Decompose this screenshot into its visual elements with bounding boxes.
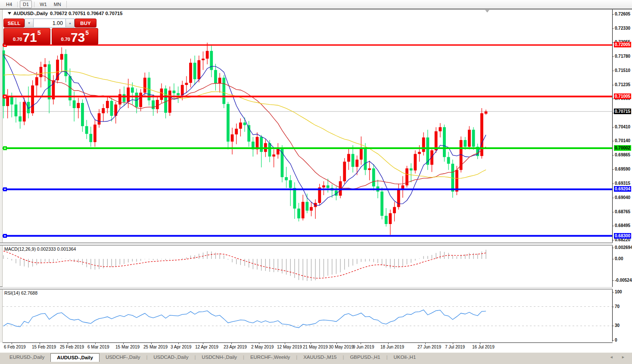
timeframe-toolbar: H4 D1 W1 MN: [0, 0, 632, 9]
date-axis-label: 12 May 2019: [277, 345, 302, 349]
price-axis-tick-label: 0.71780: [615, 54, 630, 59]
price-axis-tick-mark: [613, 198, 614, 198]
buy-price-pip: 5: [85, 29, 89, 36]
date-axis[interactable]: 6 Feb 201915 Feb 201925 Feb 20196 Mar 20…: [3, 342, 613, 352]
macd-chart-canvas[interactable]: [3, 246, 612, 287]
chart-tab-usdcnh[interactable]: USDCNH-,Daily: [196, 353, 243, 361]
price-axis-tick-mark: [613, 141, 614, 141]
sell-price-big: 71: [22, 32, 37, 43]
chart-tab-gbpusd[interactable]: GBPUSD-,H1: [344, 353, 386, 361]
date-axis-label: 3 Apr 2019: [171, 345, 191, 349]
price-axis-tick-mark: [613, 169, 614, 170]
date-axis-tick-mark: [480, 343, 480, 344]
date-axis-label: 25 Mar 2019: [143, 345, 168, 349]
date-axis-label: 15 Feb 2019: [32, 345, 56, 349]
rsi-axis-label: 0: [615, 338, 617, 342]
rsi-axis-tick-mark: [613, 307, 614, 307]
price-axis-tick-mark: [613, 28, 614, 29]
buy-price-display[interactable]: 0.70 73 5: [52, 28, 99, 45]
volume-increase-button[interactable]: ▲: [65, 19, 75, 28]
macd-indicator-pane[interactable]: MACD(12,26,9) 0.002333 0.001364: [3, 246, 613, 287]
date-axis-tick-mark: [12, 343, 12, 344]
candlestick-series: [3, 43, 487, 235]
level-price-label: 0.72005: [614, 42, 631, 47]
price-axis-tick-mark: [613, 240, 614, 240]
symbol-collapse-arrow-icon[interactable]: [8, 12, 11, 15]
level-price-label: 0.71005: [614, 93, 631, 99]
macd-histogram: [3, 250, 486, 281]
chart-tab-usdcad[interactable]: USDCAD-,Daily: [147, 353, 194, 361]
price-axis[interactable]: 0.726050.723300.720550.717800.715100.712…: [613, 9, 632, 352]
trading-terminal: H4 D1 W1 MN AUDUSD-,Daily 0.70672 0.7075…: [0, 0, 632, 364]
date-axis-tick-mark: [68, 343, 68, 344]
date-axis-label: 30 May 2019: [329, 345, 354, 349]
macd-axis-tick-mark: [613, 248, 614, 248]
timeframe-w1-button[interactable]: W1: [37, 0, 50, 8]
price-axis-tick-label: 0.72605: [615, 12, 630, 16]
sell-price-display[interactable]: 0.70 71 5: [3, 28, 50, 45]
date-axis-label: 2 May 2019: [251, 345, 274, 349]
chart-tab-xauusd[interactable]: XAUUSD-,M15: [297, 353, 342, 361]
buy-price-big: 73: [71, 32, 85, 43]
tab-scroll-arrows[interactable]: ◄ ►: [610, 355, 629, 359]
macd-axis-tick-mark: [613, 259, 614, 259]
date-axis-label: 25 Feb 2019: [60, 345, 84, 349]
price-axis-tick-mark: [613, 127, 614, 128]
price-axis-tick-mark: [613, 226, 614, 226]
date-axis-tick-mark: [203, 343, 203, 344]
sell-price-pip: 5: [37, 29, 41, 36]
date-axis-tick-mark: [40, 343, 40, 344]
chart-tab-audusd[interactable]: AUDUSD-,Daily: [50, 353, 100, 362]
rsi-axis-label: 70: [615, 304, 620, 309]
date-axis-tick-mark: [285, 343, 285, 344]
buy-price-prefix: 0.70: [61, 37, 70, 42]
timeframe-h4-button[interactable]: H4: [3, 0, 15, 8]
price-axis-tick-mark: [613, 155, 614, 156]
date-axis-label: 16 Jul 2019: [472, 345, 495, 349]
chart-symbol-label: AUDUSD-,Daily: [13, 11, 48, 16]
chart-tab-usdchf[interactable]: USDCHF-,Daily: [100, 353, 146, 361]
price-axis-tick-mark: [613, 184, 614, 184]
macd-axis-tick-mark: [613, 280, 614, 281]
date-axis-tick-mark: [361, 343, 361, 344]
chart-tab-ukoil[interactable]: UKOil-,H1: [388, 353, 422, 361]
level-price-label: 0.69204: [614, 186, 631, 192]
toolbar-separator: [66, 1, 67, 8]
timeframe-d1-button[interactable]: D1: [20, 0, 32, 8]
rsi-chart-canvas[interactable]: [3, 289, 612, 342]
date-axis-label: 6 Mar 2019: [87, 345, 109, 349]
timeframe-mn-button[interactable]: MN: [51, 0, 64, 8]
rsi-indicator-label: RSI(14) 62.7688: [4, 290, 37, 296]
volume-input[interactable]: [34, 19, 65, 28]
chart-scroll-end-marker-icon[interactable]: [485, 10, 489, 12]
chart-title: AUDUSD-,Daily 0.70672 0.70751 0.70647 0.…: [8, 11, 122, 16]
chart-tab-eurchf[interactable]: EURCHF-,Weekly: [244, 353, 296, 361]
rsi-axis-tick-mark: [613, 326, 614, 326]
macd-axis-label: 0.00: [615, 256, 623, 261]
macd-axis-label: -0.005242: [615, 278, 632, 283]
date-axis-tick-mark: [453, 343, 453, 344]
chart-tab-eurusd[interactable]: EURUSD-,Daily: [3, 353, 50, 361]
pane-splitter[interactable]: [0, 286, 632, 289]
chart-tab-bar: EURUSD-,DailyAUDUSD-,DailyUSDCHF-,Daily|…: [0, 352, 632, 364]
price-axis-tick-label: 0.70410: [615, 124, 630, 129]
sell-button[interactable]: SELL: [3, 19, 25, 28]
price-axis-tick-label: 0.69040: [615, 195, 630, 200]
rsi-indicator-pane[interactable]: RSI(14) 62.7688: [3, 289, 613, 342]
one-click-trade-widget: SELL ▼ ▲ BUY 0.70 71 5 0.70 73 5: [3, 19, 98, 45]
volume-decrease-button[interactable]: ▼: [25, 19, 34, 28]
level-price-label: 0.68300: [614, 233, 631, 239]
price-axis-tick-label: 0.68495: [615, 223, 630, 228]
pane-splitter[interactable]: [0, 243, 632, 246]
buy-button[interactable]: BUY: [75, 19, 97, 28]
rsi-axis-label: 100: [615, 289, 622, 294]
date-axis-label: 27 Jun 2019: [417, 345, 441, 349]
rsi-axis-tick-mark: [613, 340, 614, 341]
date-axis-tick-mark: [178, 343, 179, 344]
date-axis-label: 15 Mar 2019: [115, 345, 140, 349]
macd-indicator-label: MACD(12,26,9) 0.002333 0.001364: [4, 246, 76, 252]
toolbar-separator: [17, 2, 18, 7]
sell-price-prefix: 0.70: [13, 37, 22, 42]
date-axis-tick-mark: [336, 343, 337, 344]
level-price-label: 0.70002: [614, 145, 631, 151]
